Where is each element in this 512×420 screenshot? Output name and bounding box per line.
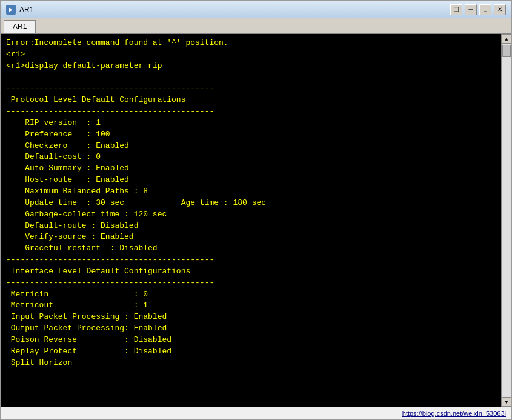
scroll-up-button[interactable]: ▲	[502, 34, 511, 44]
window-controls: ❐ ─ □ ✕	[450, 4, 506, 15]
restore-button[interactable]: ❐	[450, 4, 462, 15]
scrollbar[interactable]: ▲ ▼	[501, 34, 511, 407]
tab-bar: AR1	[1, 18, 511, 34]
terminal-wrapper: Error:Incomplete command found at '^' po…	[1, 34, 511, 407]
scroll-down-button[interactable]: ▼	[502, 397, 511, 407]
title-bar: ▶ AR1 ❐ ─ □ ✕	[1, 1, 511, 18]
scroll-track[interactable]	[502, 44, 511, 397]
minimize-button[interactable]: ─	[465, 4, 477, 15]
window-title: AR1	[19, 5, 450, 14]
tab-ar1[interactable]: AR1	[4, 20, 36, 33]
scroll-thumb[interactable]	[502, 45, 511, 57]
close-button[interactable]: ✕	[494, 4, 506, 15]
status-link[interactable]: https://blog.csdn.net/weixin_53063l	[402, 410, 506, 417]
status-bar: https://blog.csdn.net/weixin_53063l	[1, 407, 511, 419]
main-window: ▶ AR1 ❐ ─ □ ✕ AR1 Error:Incomplete comma…	[0, 0, 512, 420]
terminal-output[interactable]: Error:Incomplete command found at '^' po…	[1, 34, 501, 407]
maximize-button[interactable]: □	[479, 4, 491, 15]
app-icon: ▶	[6, 5, 16, 15]
